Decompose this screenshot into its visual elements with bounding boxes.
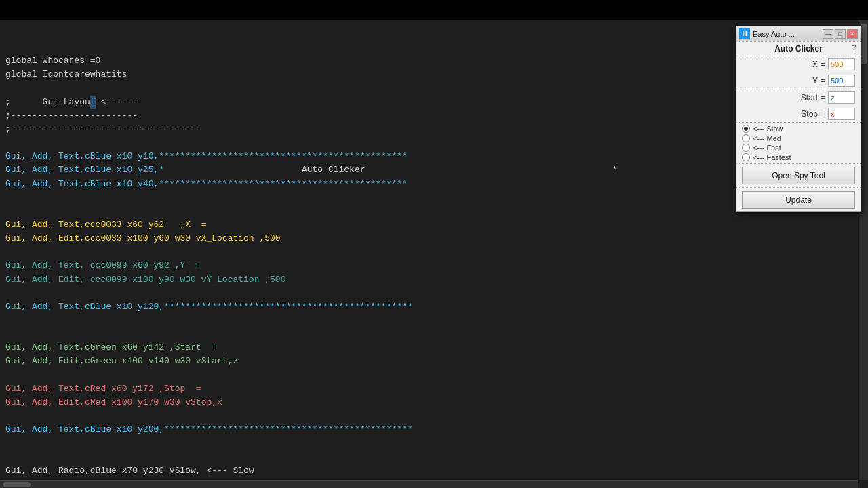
y-input[interactable] xyxy=(828,75,855,87)
x-field-row: X = xyxy=(736,56,861,73)
radio-slow-label: <--- Slow xyxy=(753,125,783,133)
stop-label: Stop xyxy=(742,109,821,119)
window-title: Easy Auto ... xyxy=(753,30,823,38)
stop-input[interactable] xyxy=(828,108,855,120)
app-section-title: Auto Clicker ? xyxy=(736,42,861,56)
radio-slow-row: <--- Slow xyxy=(736,124,861,134)
separator-6 xyxy=(736,188,861,188)
y-field-row: Y = xyxy=(736,73,861,89)
help-icon[interactable]: ? xyxy=(852,43,856,52)
window-titlebar[interactable]: H Easy Auto ... — □ ✕ xyxy=(736,26,861,41)
close-button[interactable]: ✕ xyxy=(847,29,858,39)
window-controls: — □ ✕ xyxy=(823,29,858,39)
x-label: X xyxy=(742,60,821,69)
radio-med-label: <--- Med xyxy=(753,134,781,142)
radio-fastest-label: <--- Fastest xyxy=(753,153,791,161)
minimize-button[interactable]: — xyxy=(823,29,833,39)
radio-fast-row: <--- Fast xyxy=(736,143,861,152)
radio-fastest-row: <--- Fastest xyxy=(736,152,861,162)
x-input[interactable] xyxy=(828,58,855,70)
vertical-scroll-thumb[interactable] xyxy=(861,24,867,64)
top-bar xyxy=(0,0,868,20)
start-field-row: Start = xyxy=(736,89,861,106)
app-title-text: Auto Clicker xyxy=(774,44,823,54)
float-window: H Easy Auto ... — □ ✕ Auto Clicker ? X = xyxy=(736,26,861,212)
spy-button-label: Open Spy Tool xyxy=(772,171,825,180)
stop-equals: = xyxy=(821,109,825,119)
stop-field-row: Stop = xyxy=(736,106,861,122)
update-button-label: Update xyxy=(785,195,812,205)
horizontal-scrollbar[interactable] xyxy=(0,480,858,488)
start-label: Start xyxy=(742,93,821,102)
radio-fast-label: <--- Fast xyxy=(753,144,781,152)
start-input[interactable] xyxy=(828,92,855,104)
update-button[interactable]: Update xyxy=(742,191,855,209)
separator-4 xyxy=(736,163,861,164)
radio-slow[interactable] xyxy=(742,125,750,133)
spy-tool-button[interactable]: Open Spy Tool xyxy=(742,167,855,184)
y-equals: = xyxy=(821,76,825,85)
radio-med-row: <--- Med xyxy=(736,134,861,143)
window-content: Auto Clicker ? X = Y = Start = xyxy=(736,41,861,209)
app-icon: H xyxy=(739,28,750,39)
main-area: global whocares =0 global Idontcarewhati… xyxy=(0,20,868,488)
radio-fast[interactable] xyxy=(742,144,750,152)
code-line-1: global whocares =0 global Idontcarewhati… xyxy=(5,56,423,488)
maximize-button[interactable]: □ xyxy=(835,29,846,39)
speed-radio-section: <--- Slow <--- Med <--- Fast <--- Fastes… xyxy=(736,123,861,163)
x-equals: = xyxy=(821,60,825,69)
radio-fastest[interactable] xyxy=(742,153,750,161)
y-label: Y xyxy=(742,76,821,85)
horizontal-scroll-thumb[interactable] xyxy=(3,482,31,487)
start-equals: = xyxy=(821,93,825,102)
radio-med[interactable] xyxy=(742,134,750,142)
